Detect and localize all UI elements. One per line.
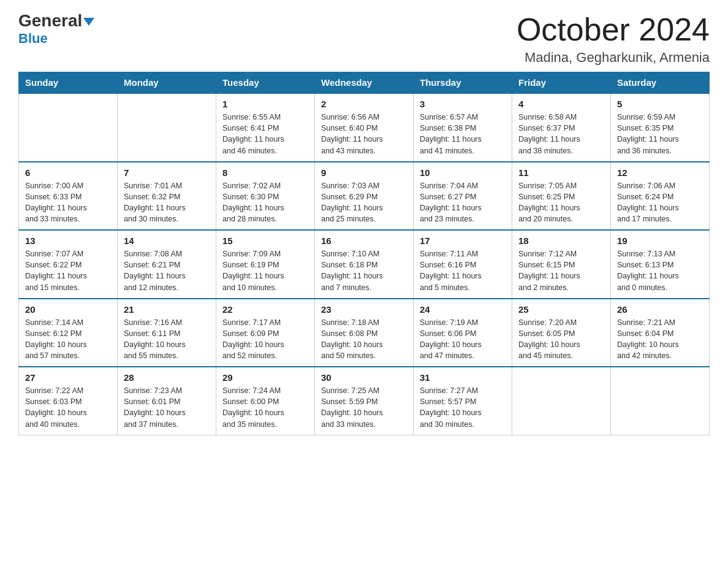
day-number: 21 (124, 304, 210, 315)
day-info: Sunrise: 6:59 AM Sunset: 6:35 PM Dayligh… (617, 112, 703, 156)
day-number: 8 (222, 167, 308, 178)
day-number: 17 (420, 236, 506, 246)
day-number: 3 (420, 99, 506, 109)
calendar-cell: 12Sunrise: 7:06 AM Sunset: 6:24 PM Dayli… (611, 162, 710, 231)
day-info: Sunrise: 7:14 AM Sunset: 6:12 PM Dayligh… (25, 317, 111, 362)
day-number: 22 (222, 304, 308, 315)
day-number: 15 (222, 236, 308, 246)
day-info: Sunrise: 7:13 AM Sunset: 6:13 PM Dayligh… (617, 248, 703, 293)
day-number: 11 (518, 167, 604, 178)
calendar-cell: 18Sunrise: 7:12 AM Sunset: 6:15 PM Dayli… (512, 230, 611, 299)
day-number: 31 (420, 372, 506, 383)
day-info: Sunrise: 7:06 AM Sunset: 6:24 PM Dayligh… (617, 180, 703, 225)
day-number: 24 (420, 304, 506, 315)
calendar-cell: 10Sunrise: 7:04 AM Sunset: 6:27 PM Dayli… (414, 162, 512, 231)
day-number: 2 (321, 99, 407, 109)
day-number: 4 (518, 99, 604, 109)
calendar-cell: 30Sunrise: 7:25 AM Sunset: 5:59 PM Dayli… (315, 367, 414, 435)
day-info: Sunrise: 7:19 AM Sunset: 6:06 PM Dayligh… (420, 317, 506, 362)
calendar-cell: 7Sunrise: 7:01 AM Sunset: 6:32 PM Daylig… (118, 162, 216, 231)
title-block: October 2024 Madina, Gegharkunik, Armeni… (517, 12, 710, 66)
calendar-cell: 14Sunrise: 7:08 AM Sunset: 6:21 PM Dayli… (118, 230, 216, 299)
calendar-cell: 9Sunrise: 7:03 AM Sunset: 6:29 PM Daylig… (315, 162, 414, 231)
day-number: 25 (518, 304, 604, 315)
day-number: 27 (25, 372, 111, 383)
calendar-header-monday: Monday (118, 72, 216, 94)
day-info: Sunrise: 7:20 AM Sunset: 6:05 PM Dayligh… (518, 317, 604, 362)
calendar-header-row: SundayMondayTuesdayWednesdayThursdayFrid… (19, 72, 710, 94)
day-number: 5 (617, 99, 703, 109)
day-number: 14 (124, 236, 210, 246)
day-info: Sunrise: 7:27 AM Sunset: 5:57 PM Dayligh… (420, 385, 506, 430)
page-title: October 2024 (517, 12, 710, 47)
calendar-cell: 20Sunrise: 7:14 AM Sunset: 6:12 PM Dayli… (19, 299, 118, 367)
calendar-cell: 1Sunrise: 6:55 AM Sunset: 6:41 PM Daylig… (216, 93, 315, 162)
day-number: 26 (617, 304, 703, 315)
calendar-week-row: 27Sunrise: 7:22 AM Sunset: 6:03 PM Dayli… (19, 367, 710, 435)
day-number: 29 (222, 372, 308, 383)
day-info: Sunrise: 7:07 AM Sunset: 6:22 PM Dayligh… (25, 248, 111, 293)
day-number: 12 (617, 167, 703, 178)
calendar-cell: 15Sunrise: 7:09 AM Sunset: 6:19 PM Dayli… (216, 230, 315, 299)
calendar-cell (611, 367, 710, 435)
day-info: Sunrise: 7:16 AM Sunset: 6:11 PM Dayligh… (124, 317, 210, 362)
calendar-cell: 29Sunrise: 7:24 AM Sunset: 6:00 PM Dayli… (216, 367, 315, 435)
calendar-cell: 26Sunrise: 7:21 AM Sunset: 6:04 PM Dayli… (611, 299, 710, 367)
day-info: Sunrise: 7:23 AM Sunset: 6:01 PM Dayligh… (124, 385, 210, 430)
day-number: 19 (617, 236, 703, 246)
day-number: 28 (124, 372, 210, 383)
day-info: Sunrise: 7:21 AM Sunset: 6:04 PM Dayligh… (617, 317, 703, 362)
day-info: Sunrise: 7:18 AM Sunset: 6:08 PM Dayligh… (321, 317, 407, 362)
calendar-cell: 6Sunrise: 7:00 AM Sunset: 6:33 PM Daylig… (19, 162, 118, 231)
day-number: 9 (321, 167, 407, 178)
calendar-table: SundayMondayTuesdayWednesdayThursdayFrid… (18, 72, 710, 435)
calendar-cell: 23Sunrise: 7:18 AM Sunset: 6:08 PM Dayli… (315, 299, 414, 367)
calendar-cell: 28Sunrise: 7:23 AM Sunset: 6:01 PM Dayli… (118, 367, 216, 435)
calendar-cell: 5Sunrise: 6:59 AM Sunset: 6:35 PM Daylig… (611, 93, 710, 162)
calendar-cell: 21Sunrise: 7:16 AM Sunset: 6:11 PM Dayli… (118, 299, 216, 367)
calendar-header-sunday: Sunday (19, 72, 118, 94)
calendar-header-tuesday: Tuesday (216, 72, 315, 94)
calendar-cell: 8Sunrise: 7:02 AM Sunset: 6:30 PM Daylig… (216, 162, 315, 231)
day-number: 13 (25, 236, 111, 246)
calendar-header-friday: Friday (512, 72, 611, 94)
calendar-cell: 27Sunrise: 7:22 AM Sunset: 6:03 PM Dayli… (19, 367, 118, 435)
calendar-cell: 19Sunrise: 7:13 AM Sunset: 6:13 PM Dayli… (611, 230, 710, 299)
day-info: Sunrise: 7:25 AM Sunset: 5:59 PM Dayligh… (321, 385, 407, 430)
day-info: Sunrise: 7:17 AM Sunset: 6:09 PM Dayligh… (222, 317, 308, 362)
day-info: Sunrise: 7:12 AM Sunset: 6:15 PM Dayligh… (518, 248, 604, 293)
calendar-cell: 13Sunrise: 7:07 AM Sunset: 6:22 PM Dayli… (19, 230, 118, 299)
calendar-cell: 24Sunrise: 7:19 AM Sunset: 6:06 PM Dayli… (414, 299, 512, 367)
calendar-cell (118, 93, 216, 162)
calendar-cell: 22Sunrise: 7:17 AM Sunset: 6:09 PM Dayli… (216, 299, 315, 367)
page-subtitle: Madina, Gegharkunik, Armenia (517, 50, 710, 66)
day-number: 23 (321, 304, 407, 315)
day-number: 7 (124, 167, 210, 178)
calendar-week-row: 20Sunrise: 7:14 AM Sunset: 6:12 PM Dayli… (19, 299, 710, 367)
day-info: Sunrise: 7:03 AM Sunset: 6:29 PM Dayligh… (321, 180, 407, 225)
calendar-cell: 25Sunrise: 7:20 AM Sunset: 6:05 PM Dayli… (512, 299, 611, 367)
day-info: Sunrise: 7:01 AM Sunset: 6:32 PM Dayligh… (124, 180, 210, 225)
calendar-cell: 2Sunrise: 6:56 AM Sunset: 6:40 PM Daylig… (315, 93, 414, 162)
day-number: 18 (518, 236, 604, 246)
day-info: Sunrise: 7:09 AM Sunset: 6:19 PM Dayligh… (222, 248, 308, 293)
day-number: 16 (321, 236, 407, 246)
calendar-header-saturday: Saturday (611, 72, 710, 94)
day-info: Sunrise: 7:05 AM Sunset: 6:25 PM Dayligh… (518, 180, 604, 225)
day-info: Sunrise: 7:24 AM Sunset: 6:00 PM Dayligh… (222, 385, 308, 430)
calendar-week-row: 6Sunrise: 7:00 AM Sunset: 6:33 PM Daylig… (19, 162, 710, 231)
day-info: Sunrise: 7:00 AM Sunset: 6:33 PM Dayligh… (25, 180, 111, 225)
day-info: Sunrise: 7:11 AM Sunset: 6:16 PM Dayligh… (420, 248, 506, 293)
logo-line2: Blue (18, 31, 48, 47)
day-info: Sunrise: 6:57 AM Sunset: 6:38 PM Dayligh… (420, 112, 506, 156)
day-info: Sunrise: 6:56 AM Sunset: 6:40 PM Dayligh… (321, 112, 407, 156)
day-info: Sunrise: 7:08 AM Sunset: 6:21 PM Dayligh… (124, 248, 210, 293)
calendar-week-row: 1Sunrise: 6:55 AM Sunset: 6:41 PM Daylig… (19, 93, 710, 162)
calendar-header-thursday: Thursday (414, 72, 512, 94)
day-info: Sunrise: 6:58 AM Sunset: 6:37 PM Dayligh… (518, 112, 604, 156)
calendar-cell: 31Sunrise: 7:27 AM Sunset: 5:57 PM Dayli… (414, 367, 512, 435)
day-info: Sunrise: 7:02 AM Sunset: 6:30 PM Dayligh… (222, 180, 308, 225)
day-info: Sunrise: 7:10 AM Sunset: 6:18 PM Dayligh… (321, 248, 407, 293)
calendar-cell: 11Sunrise: 7:05 AM Sunset: 6:25 PM Dayli… (512, 162, 611, 231)
calendar-cell (19, 93, 118, 162)
